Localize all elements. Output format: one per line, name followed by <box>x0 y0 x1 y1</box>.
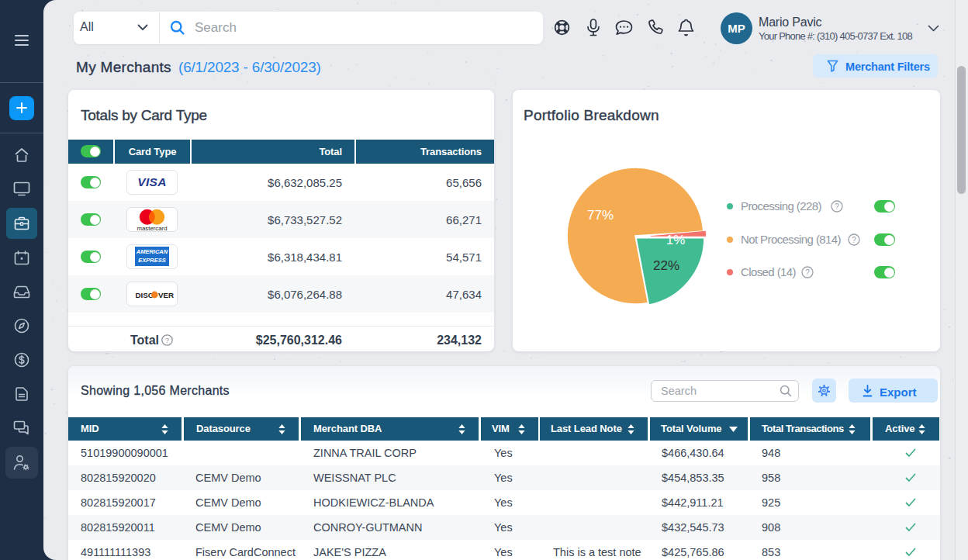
svg-text:?: ? <box>852 236 856 244</box>
svg-text:?: ? <box>805 268 810 277</box>
svg-text:77%: 77% <box>587 208 614 223</box>
svg-text:VER: VER <box>158 291 174 299</box>
svg-text:1%: 1% <box>666 233 686 247</box>
svg-text:mastercard: mastercard <box>137 225 168 232</box>
svg-text:?: ? <box>165 336 169 344</box>
svg-text:?: ? <box>835 202 839 211</box>
svg-text:DISC: DISC <box>136 291 154 299</box>
svg-text:22%: 22% <box>653 258 679 273</box>
